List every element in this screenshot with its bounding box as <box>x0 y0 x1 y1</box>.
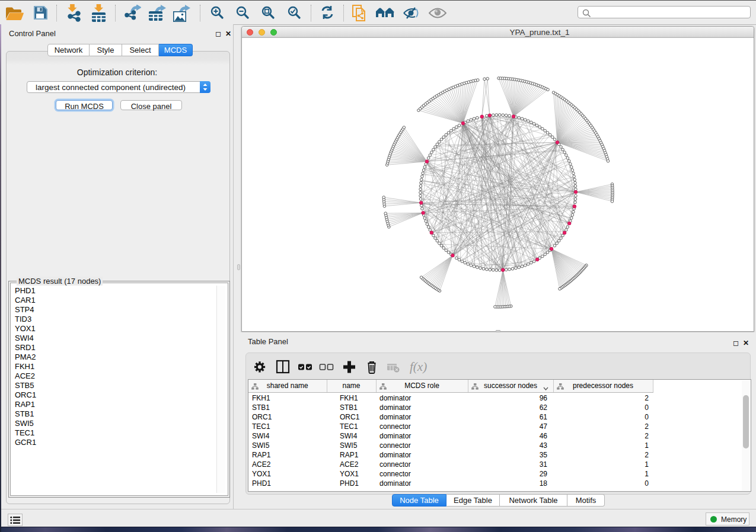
svg-text:f(x): f(x) <box>410 360 427 374</box>
